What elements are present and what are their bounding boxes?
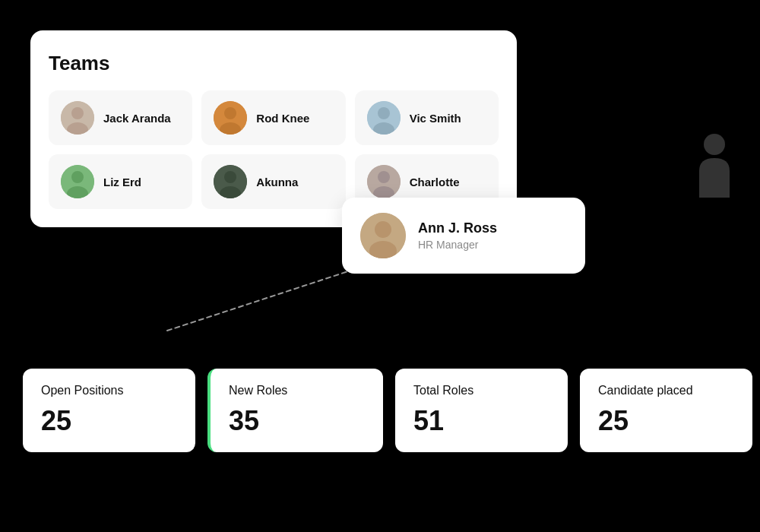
teams-title: Teams (49, 52, 499, 75)
avatar-rod (214, 101, 247, 135)
team-grid: Jack Aranda Rod Knee (49, 90, 499, 209)
stat-card-open-positions: Open Positions 25 (23, 369, 195, 452)
svg-point-4 (224, 107, 236, 119)
stat-value-candidate-placed: 25 (598, 405, 734, 437)
svg-point-18 (704, 134, 725, 155)
svg-point-1 (71, 107, 84, 119)
svg-point-7 (378, 107, 390, 119)
team-member-liz[interactable]: Liz Erd (49, 154, 192, 209)
avatar-liz (61, 165, 94, 198)
stat-card-new-roles: New Roles 35 (207, 369, 383, 452)
stat-label-candidate-placed: Candidate placed (598, 384, 734, 397)
person-icon-area (684, 122, 745, 213)
avatar-akunna (214, 165, 247, 198)
stats-row: Open Positions 25 New Roles 35 Total Rol… (23, 369, 752, 452)
avatar-charlotte (367, 165, 401, 198)
member-name-akunna: Akunna (256, 176, 298, 188)
ann-ross-card[interactable]: Ann J. Ross HR Manager (342, 198, 585, 274)
stat-card-total-roles: Total Roles 51 (395, 369, 568, 452)
avatar-vic (367, 101, 401, 135)
stat-label-open-positions: Open Positions (41, 384, 177, 397)
svg-point-13 (224, 171, 236, 183)
svg-point-10 (71, 171, 84, 183)
team-member-jack[interactable]: Jack Aranda (49, 90, 192, 145)
member-name-jack: Jack Aranda (103, 112, 171, 125)
stat-value-new-roles: 35 (229, 405, 365, 437)
person-silhouette-icon (692, 129, 737, 205)
member-name-liz: Liz Erd (103, 176, 141, 188)
stat-value-open-positions: 25 (41, 405, 177, 437)
main-container: Teams Jack Aranda (15, 30, 760, 502)
stat-value-total-roles: 51 (413, 405, 549, 437)
svg-point-16 (378, 171, 390, 183)
avatar-ann (360, 213, 406, 258)
svg-point-22 (375, 221, 391, 238)
ann-info: Ann J. Ross HR Manager (418, 220, 497, 251)
team-member-vic[interactable]: Vic Smith (355, 90, 499, 145)
stat-label-new-roles: New Roles (229, 384, 365, 397)
member-name-rod: Rod Knee (256, 112, 309, 125)
member-name-vic: Vic Smith (410, 112, 461, 125)
stat-card-candidate-placed: Candidate placed 25 (580, 369, 752, 452)
team-member-rod[interactable]: Rod Knee (201, 90, 345, 145)
team-member-akunna[interactable]: Akunna (201, 154, 345, 209)
member-name-charlotte: Charlotte (410, 176, 460, 188)
ann-name: Ann J. Ross (418, 220, 497, 236)
ann-job-title: HR Manager (418, 239, 497, 251)
avatar-jack (61, 101, 94, 135)
stat-label-total-roles: Total Roles (413, 384, 549, 397)
